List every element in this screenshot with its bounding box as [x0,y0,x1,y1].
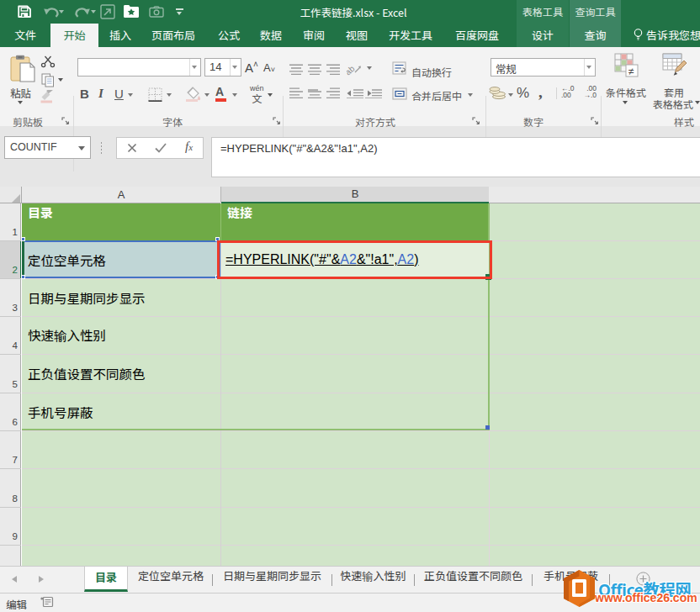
svg-text:ab: ab [347,64,357,76]
svg-text:≠: ≠ [628,66,634,77]
